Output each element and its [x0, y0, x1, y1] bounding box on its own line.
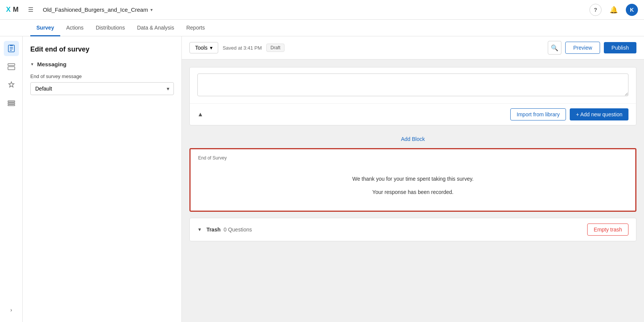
thank-you-text: We thank you for your time spent taking … [198, 174, 628, 184]
hamburger-menu-button[interactable]: ☰ [25, 4, 37, 16]
tools-button[interactable]: Tools ▾ [189, 42, 218, 53]
sidebar-icon-survey[interactable] [4, 41, 19, 56]
question-textarea[interactable] [197, 73, 628, 96]
sidebar-icon-theme[interactable] [4, 77, 19, 92]
end-of-survey-message-dropdown[interactable]: Default Custom [30, 82, 174, 95]
tab-actions[interactable]: Actions [60, 20, 90, 36]
end-of-survey-block[interactable]: End of Survey We thank you for your time… [189, 148, 636, 212]
trash-section: ▼ Trash 0 Questions Empty trash [189, 218, 636, 241]
messaging-label: Messaging [37, 61, 67, 67]
sidebar-icon-tools[interactable] [4, 95, 19, 111]
top-bar-right: ? 🔔 K [589, 4, 638, 16]
sidebar-expand-button[interactable]: › [4, 302, 19, 317]
left-panel: Edit end of survey ▼ Messaging End of su… [23, 36, 182, 322]
tab-distributions[interactable]: Distributions [90, 20, 131, 36]
add-block-link[interactable]: Add Block [401, 136, 425, 142]
svg-rect-0 [8, 45, 14, 52]
project-name[interactable]: Old_Fashioned_Burgers_and_Ice_Cream ▾ [43, 6, 153, 13]
content-area: ▲ Import from library + Add new question… [182, 59, 644, 322]
question-block: ▲ Import from library + Add new question [189, 67, 636, 125]
logo-x: X [6, 6, 11, 14]
trash-toggle-button[interactable]: ▼ [197, 227, 202, 232]
top-bar: XM ☰ Old_Fashioned_Burgers_and_Ice_Cream… [0, 0, 644, 20]
toolbar-right: 🔍 Preview Publish [548, 41, 636, 55]
question-block-inner [190, 67, 636, 103]
block-footer-actions: Import from library + Add new question [510, 108, 628, 120]
import-from-library-button[interactable]: Import from library [510, 108, 566, 120]
nav-tabs: Survey Actions Distributions Data & Anal… [0, 20, 644, 36]
collapse-icon: ▲ [197, 111, 203, 117]
svg-rect-5 [8, 64, 15, 66]
search-button[interactable]: 🔍 [548, 41, 561, 55]
panel-title: Edit end of survey [30, 45, 174, 53]
svg-rect-7 [8, 101, 15, 102]
tab-reports[interactable]: Reports [180, 20, 211, 36]
empty-trash-button[interactable]: Empty trash [587, 224, 628, 236]
logo-m: M [13, 6, 19, 14]
project-name-text: Old_Fashioned_Burgers_and_Ice_Cream [43, 6, 148, 13]
notifications-button[interactable]: 🔔 [608, 4, 620, 16]
tab-data-analysis[interactable]: Data & Analysis [131, 20, 180, 36]
trash-label: Trash [206, 227, 220, 233]
collapse-button[interactable]: ▲ [197, 111, 203, 118]
end-of-survey-message-label: End of survey message [30, 73, 174, 79]
tab-survey[interactable]: Survey [30, 20, 60, 36]
project-chevron-icon: ▾ [150, 7, 153, 13]
saved-text: Saved at 3:41 PM [223, 45, 262, 51]
end-message-text: We thank you for your time spent taking … [198, 167, 628, 205]
main-layout: › Edit end of survey ▼ Messaging End of … [0, 36, 644, 322]
end-of-survey-label: End of Survey [198, 155, 628, 161]
recorded-text: Your response has been recorded. [198, 188, 628, 197]
xm-logo[interactable]: XM [6, 6, 19, 14]
icon-sidebar: › [0, 36, 23, 322]
sidebar-icon-layout[interactable] [4, 59, 19, 74]
add-new-question-button[interactable]: + Add new question [570, 108, 628, 120]
tools-label: Tools [195, 45, 208, 51]
end-of-survey-message-select[interactable]: Default Custom [30, 82, 174, 95]
svg-rect-1 [10, 45, 13, 46]
svg-rect-8 [8, 103, 15, 104]
draft-badge: Draft [266, 44, 284, 52]
svg-rect-6 [8, 67, 15, 70]
tools-chevron-icon: ▾ [210, 45, 213, 51]
content-toolbar: Tools ▾ Saved at 3:41 PM Draft 🔍 Preview… [182, 36, 644, 59]
trash-count: 0 Questions [224, 227, 252, 233]
help-button[interactable]: ? [589, 4, 602, 16]
svg-rect-9 [8, 105, 15, 106]
block-footer: ▲ Import from library + Add new question [190, 103, 636, 125]
avatar[interactable]: K [626, 4, 638, 16]
messaging-section-header[interactable]: ▼ Messaging [30, 61, 174, 67]
main-content: Tools ▾ Saved at 3:41 PM Draft 🔍 Preview… [182, 36, 644, 322]
search-icon: 🔍 [551, 44, 558, 52]
messaging-triangle-icon: ▼ [30, 62, 34, 66]
preview-button[interactable]: Preview [565, 42, 600, 54]
add-block-area: Add Block [189, 130, 636, 148]
publish-button[interactable]: Publish [604, 42, 636, 53]
